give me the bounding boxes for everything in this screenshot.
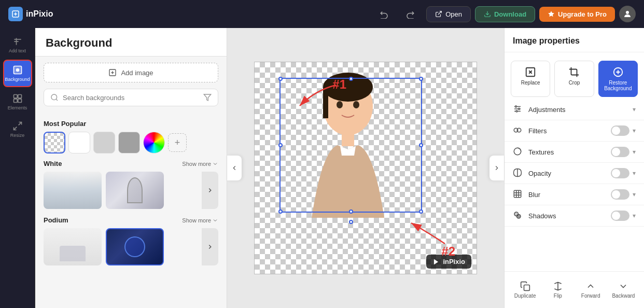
bg-section-white-show-more[interactable]: Show more (182, 161, 218, 167)
opacity-toggle[interactable] (611, 168, 629, 178)
icon-sidebar: Add text Background Elements Resize (0, 28, 35, 308)
prop-opacity[interactable]: Opacity ▾ (505, 163, 644, 184)
handle-tr[interactable] (419, 77, 423, 81)
right-panel-body: Replace Crop Restore Background Adjustme… (505, 52, 644, 271)
duplicate-button[interactable]: Duplicate (509, 277, 541, 303)
swatch-add-button[interactable]: + (168, 133, 187, 152)
prop-filters[interactable]: Filters ▾ (505, 120, 644, 142)
blur-toggle[interactable] (611, 189, 629, 200)
svg-marker-25 (434, 259, 438, 264)
shadows-icon (513, 211, 523, 221)
prop-textures[interactable]: Textures ▾ (505, 142, 644, 163)
swatch-rainbow[interactable] (143, 132, 165, 153)
textures-toggle[interactable] (611, 147, 629, 157)
flip-button[interactable]: Flip (541, 277, 574, 303)
filter-icon[interactable] (203, 93, 212, 102)
selection-box[interactable] (279, 78, 422, 213)
handle-tl[interactable] (278, 77, 283, 81)
app-logo[interactable]: inPixio (8, 7, 53, 21)
textures-icon (513, 147, 523, 157)
download-button[interactable]: Download (475, 6, 535, 22)
search-input[interactable] (63, 94, 199, 102)
canvas-content[interactable]: inPixio (254, 62, 477, 274)
swatch-mid-gray[interactable] (118, 132, 140, 153)
restore-background-label: Restore Background (604, 80, 632, 91)
handle-tc[interactable] (349, 77, 353, 81)
blur-chevron: ▾ (633, 191, 636, 198)
prop-adjustments[interactable]: Adjustments ▾ (505, 99, 644, 120)
open-button[interactable]: Open (426, 6, 471, 22)
sidebar-item-elements-label: Elements (8, 105, 27, 110)
svg-marker-18 (204, 94, 211, 101)
bg-thumb-white-2[interactable] (106, 172, 164, 209)
bg-section-podium-header: Podium Show more (44, 216, 218, 224)
sidebar-item-addtext[interactable]: Add text (3, 32, 32, 58)
replace-button[interactable]: Replace (511, 61, 550, 97)
prop-blur[interactable]: Blur ▾ (505, 184, 644, 205)
bg-next-podium[interactable] (202, 228, 218, 265)
svg-rect-10 (18, 95, 21, 99)
rotate-handle[interactable] (349, 220, 353, 224)
handle-lc[interactable] (278, 143, 283, 147)
shadows-label: Shadows (528, 212, 611, 220)
shadows-toggle[interactable] (611, 211, 629, 221)
svg-rect-9 (13, 95, 17, 99)
filters-toggle[interactable] (611, 125, 629, 136)
swatch-light-gray[interactable] (93, 132, 115, 153)
adjustments-chevron: ▾ (633, 106, 636, 113)
bg-section-white: White Show more (44, 160, 218, 209)
prop-shadows[interactable]: Shadows ▾ (505, 205, 644, 227)
backgrounds-list: Most Popular + White Show more (35, 110, 227, 308)
opacity-label: Opacity (528, 170, 611, 177)
sidebar-item-elements[interactable]: Elements (3, 89, 32, 115)
upgrade-button[interactable]: Upgrade to Pro (539, 7, 615, 22)
panel-collapse-left[interactable] (227, 156, 242, 180)
svg-point-8 (16, 68, 19, 72)
bg-next-white[interactable] (202, 172, 218, 209)
right-panel: Image properties Replace Crop Restore Ba… (504, 28, 644, 308)
main-layout: Add text Background Elements Resize Back… (0, 28, 644, 308)
panel-header: Background (35, 28, 227, 57)
handle-bc[interactable] (349, 209, 353, 214)
bg-section-podium: Podium Show more (44, 216, 218, 265)
swatch-transparent[interactable] (44, 132, 65, 153)
svg-point-34 (519, 108, 520, 110)
svg-point-35 (516, 110, 517, 112)
svg-rect-46 (524, 285, 529, 291)
logo-icon (8, 7, 23, 21)
flip-label: Flip (554, 293, 562, 299)
bg-section-podium-show-more[interactable]: Show more (182, 217, 218, 223)
restore-background-button[interactable]: Restore Background (598, 61, 638, 97)
bg-section-white-title: White (44, 160, 62, 167)
canvas-area: inPixio #1 (227, 28, 504, 308)
bg-thumbs-podium (44, 228, 218, 265)
avatar[interactable] (619, 6, 636, 22)
sidebar-item-resize[interactable]: Resize (3, 117, 32, 142)
redo-button[interactable] (400, 6, 420, 22)
backward-label: Backward (612, 293, 635, 299)
add-image-button[interactable]: Add image (44, 63, 218, 82)
sidebar-item-background[interactable]: Background (3, 60, 32, 87)
undo-button[interactable] (374, 6, 394, 22)
handle-rc[interactable] (419, 143, 423, 147)
blur-icon (513, 189, 523, 200)
crop-button[interactable]: Crop (554, 61, 594, 97)
svg-point-45 (517, 215, 521, 219)
bg-section-podium-title: Podium (44, 216, 68, 224)
bg-thumb-white-1[interactable] (44, 172, 102, 209)
swatch-white[interactable] (68, 132, 90, 153)
open-label: Open (445, 10, 462, 18)
handle-br[interactable] (419, 209, 423, 214)
bottom-actions: Duplicate Flip Forward Backward (505, 271, 644, 308)
watermark: inPixio (426, 255, 471, 269)
panel-collapse-right[interactable] (489, 156, 504, 180)
bg-thumb-podium-2[interactable] (106, 228, 164, 265)
backward-button[interactable]: Backward (607, 277, 640, 303)
blur-label: Blur (528, 191, 611, 199)
duplicate-label: Duplicate (514, 293, 536, 299)
handle-bl[interactable] (278, 209, 283, 214)
bg-thumb-podium-1[interactable] (44, 228, 102, 265)
filters-icon (513, 125, 523, 136)
svg-line-17 (56, 99, 58, 101)
forward-button[interactable]: Forward (575, 277, 607, 303)
